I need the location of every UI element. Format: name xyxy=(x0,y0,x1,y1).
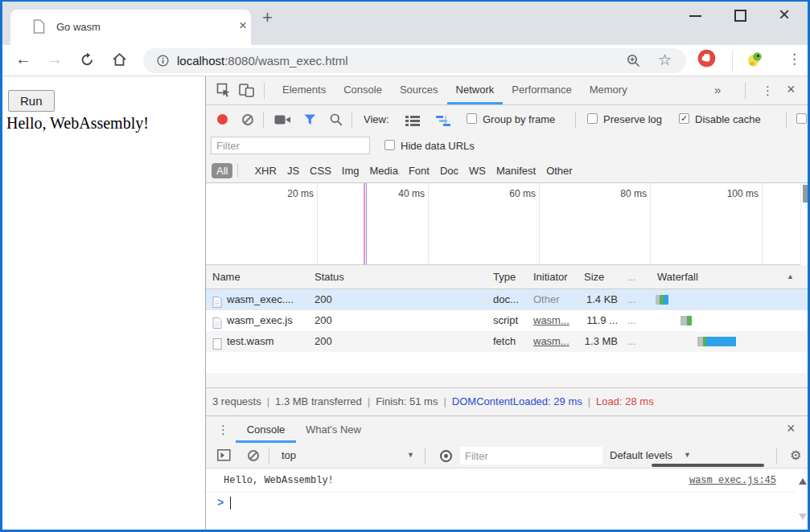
type-filter-doc[interactable]: Doc xyxy=(440,165,458,177)
capture-screenshots-icon[interactable] xyxy=(274,114,291,129)
dropdown-icon[interactable]: ▼ xyxy=(407,451,414,459)
type-filter-media[interactable]: Media xyxy=(369,165,397,177)
console-levels-dropdown[interactable]: Default levels xyxy=(610,449,672,461)
col-type[interactable]: Type xyxy=(493,271,516,283)
tab-elements[interactable]: Elements xyxy=(273,76,335,104)
tab-close-icon[interactable]: × xyxy=(236,18,250,34)
col-more[interactable]: ... xyxy=(627,271,636,283)
console-source-link[interactable]: wasm_exec.js:45 xyxy=(689,475,776,486)
col-status[interactable]: Status xyxy=(315,271,344,283)
tab-memory[interactable]: Memory xyxy=(581,76,636,104)
clear-requests-icon[interactable] xyxy=(242,114,253,125)
new-tab-button[interactable]: + xyxy=(262,7,273,28)
live-expression-eye-icon[interactable] xyxy=(439,449,453,466)
console-message-row[interactable]: Hello, WebAssembly! wasm_exec.js:45 xyxy=(206,469,796,493)
gopher-extension-icon[interactable] xyxy=(746,50,764,72)
type-filter-all[interactable]: All xyxy=(212,163,232,178)
browser-tab-strip: Go wasm × + × xyxy=(0,0,810,45)
window-minimize-button[interactable] xyxy=(689,15,701,17)
filter-funnel-icon[interactable] xyxy=(304,114,316,129)
tab-sources[interactable]: Sources xyxy=(391,76,447,104)
run-button[interactable]: Run xyxy=(8,90,55,112)
toolbar-separator xyxy=(732,51,733,71)
group-by-frame-checkbox[interactable] xyxy=(467,113,477,124)
forward-button[interactable]: → xyxy=(47,50,63,68)
view-list-icon[interactable] xyxy=(405,115,420,129)
gridline xyxy=(650,183,651,264)
devtools-panel: Elements Console Sources Network Perform… xyxy=(205,76,810,530)
console-output: Hello, WebAssembly! wasm_exec.js:45 > xyxy=(206,469,810,530)
preserve-log-checkbox[interactable] xyxy=(587,113,598,124)
scroll-down-icon[interactable] xyxy=(799,514,807,520)
devtools-menu-kebab-icon[interactable]: ⋮ xyxy=(762,84,774,98)
table-row[interactable]: wasm_exec.js 200 script wasm... 11.9 ...… xyxy=(206,310,810,331)
devtools-close-icon[interactable]: × xyxy=(787,81,796,98)
overview-scrollbar[interactable] xyxy=(800,183,810,265)
window-maximize-button[interactable] xyxy=(734,10,746,22)
type-filter-font[interactable]: Font xyxy=(409,165,430,177)
console-drawer-tab-console[interactable]: Console xyxy=(236,416,296,443)
record-button[interactable] xyxy=(217,114,228,125)
network-overview-timeline[interactable]: 20 ms 40 ms 60 ms 80 ms 100 ms xyxy=(206,183,810,265)
clear-console-icon[interactable] xyxy=(248,450,259,461)
reload-button[interactable] xyxy=(80,52,95,71)
type-filter-manifest[interactable]: Manifest xyxy=(496,165,536,177)
tab-network[interactable]: Network xyxy=(447,76,504,104)
zoom-icon[interactable] xyxy=(627,54,640,71)
network-filter-input[interactable] xyxy=(211,137,370,154)
col-size[interactable]: Size xyxy=(584,271,604,283)
console-drawer-tab-whats-new[interactable]: What's New xyxy=(306,416,361,443)
console-context-selector[interactable]: top xyxy=(282,449,296,461)
type-filter-img[interactable]: Img xyxy=(342,165,360,177)
inspect-element-icon[interactable] xyxy=(216,83,232,101)
tick-label: 20 ms xyxy=(270,188,314,199)
browser-menu-kebab-icon[interactable]: ⋮ xyxy=(787,51,801,68)
table-row[interactable]: wasm_exec.... 200 doc... Other 1.4 KB ..… xyxy=(206,289,810,310)
offline-checkbox[interactable] xyxy=(796,113,807,124)
adblock-extension-icon[interactable] xyxy=(697,49,716,71)
table-row[interactable]: test.wasm 200 fetch wasm... 1.3 MB ... xyxy=(206,331,810,352)
sort-asc-icon[interactable]: ▲ xyxy=(787,272,794,280)
console-prompt-row[interactable]: > xyxy=(206,493,796,514)
back-button[interactable]: ← xyxy=(15,50,31,68)
search-icon[interactable] xyxy=(330,113,343,129)
scroll-up-icon[interactable] xyxy=(799,478,807,485)
horizontal-scrollbar-thumb[interactable] xyxy=(652,464,764,467)
request-more: ... xyxy=(627,310,636,331)
summary-load: Load: 28 ms xyxy=(596,395,654,407)
tab-console[interactable]: Console xyxy=(335,76,391,104)
more-tabs-icon[interactable]: » xyxy=(714,83,721,96)
col-name[interactable]: Name xyxy=(212,271,241,283)
console-filter-input[interactable] xyxy=(460,447,602,464)
disable-cache-checkbox[interactable]: ✓ xyxy=(679,113,689,124)
scrollbar-thumb[interactable] xyxy=(803,185,808,203)
browser-tab[interactable]: Go wasm × xyxy=(10,10,251,45)
request-initiator-link[interactable]: wasm... xyxy=(533,310,569,331)
type-filter-css[interactable]: CSS xyxy=(310,165,331,177)
drawer-close-icon[interactable]: × xyxy=(787,420,796,437)
url-text[interactable]: localhost:8080/wasm_exec.html xyxy=(177,54,348,68)
console-settings-gear-icon[interactable]: ⚙ xyxy=(790,448,801,463)
type-filter-ws[interactable]: WS xyxy=(469,165,486,177)
info-icon[interactable] xyxy=(157,55,169,70)
home-button[interactable] xyxy=(112,52,127,70)
console-sidebar-icon[interactable] xyxy=(217,449,231,464)
address-bar[interactable]: localhost:8080/wasm_exec.html ☆ xyxy=(143,48,686,73)
tick-label: 40 ms xyxy=(381,188,425,199)
device-toolbar-icon[interactable] xyxy=(239,84,254,100)
col-initiator[interactable]: Initiator xyxy=(533,271,568,283)
request-initiator-link[interactable]: wasm... xyxy=(533,331,569,352)
dropdown-icon[interactable]: ▼ xyxy=(684,451,691,459)
bookmark-star-icon[interactable]: ☆ xyxy=(658,51,672,69)
console-scrollbar[interactable] xyxy=(796,469,808,530)
window-close-button[interactable]: × xyxy=(779,3,790,26)
type-filter-xhr[interactable]: XHR xyxy=(254,165,276,177)
hide-data-urls-checkbox[interactable] xyxy=(384,140,395,150)
col-waterfall[interactable]: Waterfall xyxy=(657,271,698,283)
drawer-menu-kebab-icon[interactable]: ⋮ xyxy=(217,423,229,437)
tab-performance[interactable]: Performance xyxy=(503,76,580,104)
view-waterfall-icon[interactable] xyxy=(436,115,450,129)
request-size: 11.9 ... xyxy=(578,310,618,331)
type-filter-other[interactable]: Other xyxy=(546,165,573,177)
type-filter-js[interactable]: JS xyxy=(287,165,299,177)
